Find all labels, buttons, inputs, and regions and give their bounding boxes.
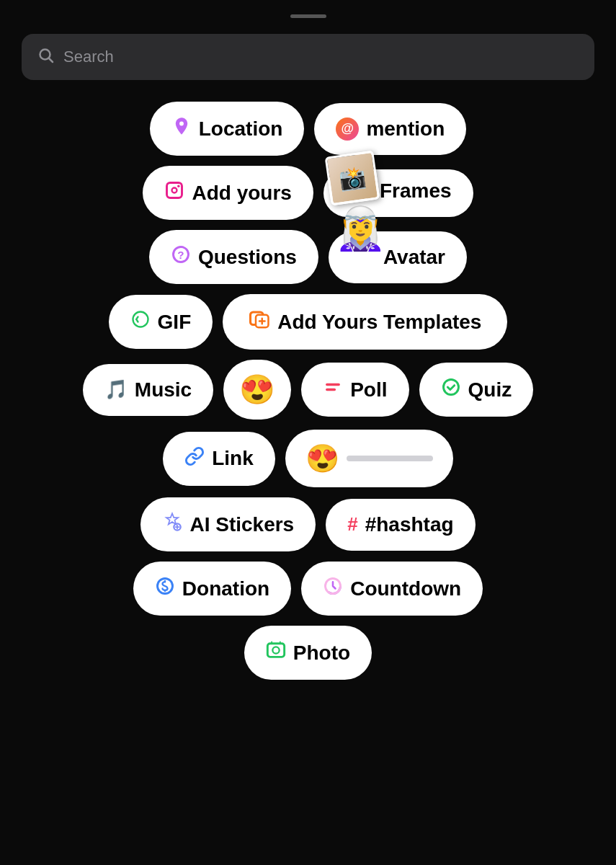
svg-point-14	[443, 380, 458, 395]
ai-stickers-label: AI Stickers	[189, 513, 294, 536]
stickers-grid: Location @ mention Add yours 📸 Frames	[22, 102, 594, 680]
hashtag-icon: #	[347, 513, 357, 536]
link-label: Link	[212, 447, 254, 470]
location-label: Location	[199, 117, 283, 141]
drag-handle	[290, 14, 326, 18]
donation-button[interactable]: Donation	[133, 562, 291, 616]
row-2: Add yours 📸 Frames	[143, 166, 473, 220]
avatar-button[interactable]: 🧝‍♀️ Avatar	[329, 231, 467, 283]
hashtag-label: #hashtag	[365, 513, 454, 536]
gif-icon	[130, 309, 151, 334]
music-icon: 🎵	[104, 378, 128, 401]
quiz-icon	[441, 377, 461, 402]
music-label: Music	[135, 378, 192, 402]
photo-icon	[266, 640, 286, 665]
emoji-slider-button[interactable]: 😍	[285, 430, 453, 487]
poll-label: Poll	[350, 378, 387, 402]
link-icon	[184, 446, 205, 471]
add-yours-label: Add yours	[192, 182, 291, 205]
poll-button[interactable]: Poll	[301, 363, 409, 417]
photo-label: Photo	[293, 642, 350, 665]
search-icon	[37, 47, 55, 67]
photo-button[interactable]: Photo	[244, 626, 372, 680]
gif-button[interactable]: GIF	[109, 295, 213, 349]
countdown-button[interactable]: Countdown	[301, 562, 483, 616]
location-button[interactable]: Location	[150, 102, 305, 156]
svg-rect-23	[267, 644, 284, 657]
avatar-label: Avatar	[383, 246, 445, 269]
link-button[interactable]: Link	[163, 432, 275, 486]
countdown-label: Countdown	[350, 577, 461, 600]
add-yours-templates-button[interactable]: Add Yours Templates	[223, 294, 507, 350]
mention-icon: @	[336, 117, 359, 141]
add-yours-button[interactable]: Add yours	[143, 166, 313, 220]
svg-rect-2	[167, 183, 182, 198]
add-yours-icon	[164, 180, 184, 205]
svg-point-24	[272, 647, 279, 653]
row-3: ? Questions 🧝‍♀️ Avatar	[149, 230, 467, 284]
location-icon	[171, 116, 192, 141]
svg-point-3	[172, 188, 177, 193]
row-8: Donation Countdown	[133, 562, 483, 616]
slider-emoji: 😍	[305, 443, 339, 474]
row-9: Photo	[244, 626, 372, 680]
search-placeholder: Search	[63, 48, 114, 66]
frames-label: Frames	[380, 179, 452, 203]
ai-stickers-icon	[162, 512, 182, 537]
avatar-figure: 🧝‍♀️	[334, 204, 386, 253]
poll-icon	[323, 377, 343, 402]
add-yours-templates-label: Add Yours Templates	[277, 311, 481, 334]
add-yours-tmpl-icon	[249, 309, 270, 335]
svg-point-4	[178, 185, 181, 187]
quiz-label: Quiz	[468, 378, 512, 402]
svg-point-7	[133, 312, 148, 327]
emoji-react-icon: 😍	[239, 373, 275, 407]
row-7: AI Stickers # #hashtag	[140, 497, 475, 551]
emoji-react-button[interactable]: 😍	[223, 360, 291, 420]
ai-stickers-button[interactable]: AI Stickers	[140, 497, 316, 551]
row-6: Link 😍	[163, 430, 453, 487]
row-4: GIF Add Yours Templates	[109, 294, 508, 350]
slider-track	[347, 456, 433, 461]
svg-point-1	[179, 122, 184, 126]
svg-text:?: ?	[177, 249, 184, 261]
quiz-button[interactable]: Quiz	[419, 363, 534, 417]
donation-icon	[155, 576, 175, 601]
questions-label: Questions	[198, 246, 297, 269]
music-button[interactable]: 🎵 Music	[83, 364, 213, 416]
frames-photo: 📸	[328, 154, 377, 203]
questions-icon: ?	[171, 244, 191, 270]
mention-button[interactable]: @ mention	[314, 103, 466, 155]
row-1: Location @ mention	[150, 102, 467, 156]
donation-label: Donation	[182, 577, 269, 600]
row-5: 🎵 Music 😍 Poll Quiz	[83, 360, 533, 420]
gif-label: GIF	[158, 311, 192, 334]
hashtag-button[interactable]: # #hashtag	[326, 499, 475, 551]
search-bar[interactable]: Search	[22, 34, 594, 80]
countdown-icon	[323, 576, 343, 601]
mention-label: mention	[366, 117, 445, 141]
questions-button[interactable]: ? Questions	[149, 230, 318, 284]
